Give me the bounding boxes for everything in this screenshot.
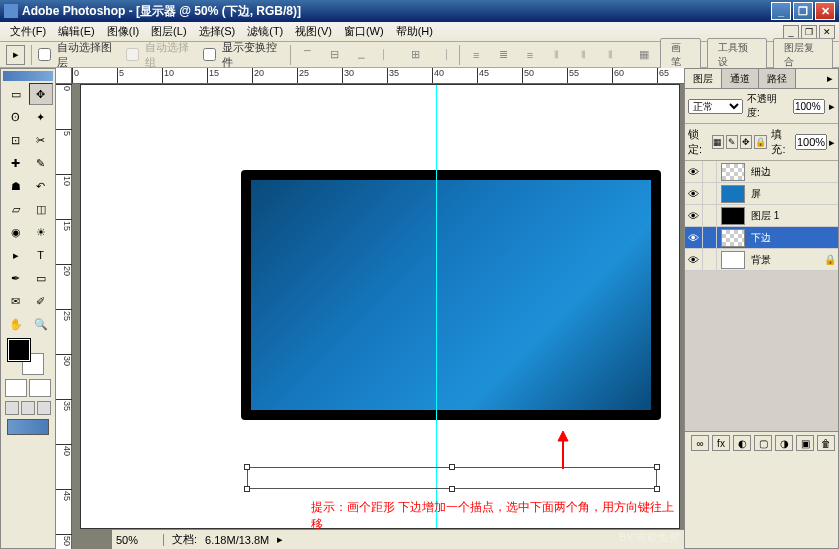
layer-row[interactable]: 👁背景🔒 xyxy=(685,249,838,271)
well-tool-presets[interactable]: 工具预设 xyxy=(707,38,767,72)
horizontal-ruler[interactable]: 05101520253035404550556065 xyxy=(72,68,684,84)
doc-close-button[interactable]: ✕ xyxy=(819,25,835,39)
layer-name-label[interactable]: 屏 xyxy=(749,187,824,201)
quickmask-mode-icon[interactable] xyxy=(29,379,51,397)
color-swatches[interactable] xyxy=(8,339,48,375)
blend-mode-select[interactable]: 正常 xyxy=(688,99,743,114)
canvas[interactable]: 提示：画个距形 下边增加一个描点，选中下面两个角，用方向键往上移 xyxy=(80,84,680,529)
layer-link-cell[interactable] xyxy=(703,249,717,271)
layer-thumbnail[interactable] xyxy=(721,251,745,269)
pen-tool[interactable]: ✒ xyxy=(4,267,28,289)
history-brush-tool[interactable]: ↶ xyxy=(29,175,53,197)
visibility-eye-icon[interactable]: 👁 xyxy=(685,227,703,249)
distribute-bottom-icon[interactable]: ≡ xyxy=(520,45,541,65)
visibility-eye-icon[interactable]: 👁 xyxy=(685,249,703,271)
brush-tool[interactable]: ✎ xyxy=(29,152,53,174)
jump-to-imageready-button[interactable] xyxy=(7,419,49,435)
tab-channels[interactable]: 通道 xyxy=(722,69,759,88)
align-right-icon[interactable]: ⎹ xyxy=(432,45,453,65)
opacity-input[interactable] xyxy=(793,99,825,114)
zoom-level[interactable]: 50% xyxy=(116,534,164,546)
menu-file[interactable]: 文件(F) xyxy=(4,22,52,41)
lock-transparency-icon[interactable]: ▦ xyxy=(712,135,724,149)
show-transform-checkbox[interactable] xyxy=(203,48,216,61)
auto-select-layer-checkbox[interactable] xyxy=(38,48,51,61)
layer-row[interactable]: 👁下边 xyxy=(685,227,838,249)
stamp-tool[interactable]: ☗ xyxy=(4,175,28,197)
foreground-color-swatch[interactable] xyxy=(8,339,30,361)
ruler-origin[interactable] xyxy=(56,68,72,84)
close-button[interactable]: ✕ xyxy=(815,2,835,20)
well-layer-comps[interactable]: 图层复合 xyxy=(773,38,833,72)
transform-handle[interactable] xyxy=(449,486,455,492)
screen-mode-toggle[interactable] xyxy=(5,401,51,415)
crop-tool[interactable]: ⊡ xyxy=(4,129,28,151)
gradient-tool[interactable]: ◫ xyxy=(29,198,53,220)
palette-well-icon[interactable]: ▦ xyxy=(633,45,654,65)
minimize-button[interactable]: _ xyxy=(771,2,791,20)
panel-menu-icon[interactable]: ▸ xyxy=(822,69,838,88)
edit-mode-toggle[interactable] xyxy=(5,379,51,397)
new-layer-button[interactable]: ▣ xyxy=(796,435,814,451)
layer-row[interactable]: 👁图层 1 xyxy=(685,205,838,227)
vertical-guide[interactable] xyxy=(436,85,437,528)
transform-handle[interactable] xyxy=(654,464,660,470)
active-tool-icon[interactable]: ▸ xyxy=(6,45,25,65)
menu-image[interactable]: 图像(I) xyxy=(101,22,145,41)
distribute-hcenter-icon[interactable]: ⫴ xyxy=(573,45,594,65)
layer-thumbnail[interactable] xyxy=(721,163,745,181)
align-hcenter-icon[interactable]: ⊞ xyxy=(405,45,426,65)
transform-handle[interactable] xyxy=(654,486,660,492)
menu-window[interactable]: 窗口(W) xyxy=(338,22,390,41)
move-tool[interactable]: ✥ xyxy=(29,83,53,105)
lasso-tool[interactable]: ʘ xyxy=(4,106,28,128)
blur-tool[interactable]: ◉ xyxy=(4,221,28,243)
standard-mode-icon[interactable] xyxy=(5,379,27,397)
layer-name-label[interactable]: 图层 1 xyxy=(749,209,824,223)
distribute-left-icon[interactable]: ⫴ xyxy=(546,45,567,65)
opacity-flyout-icon[interactable]: ▸ xyxy=(829,100,835,113)
layer-group-button[interactable]: ▢ xyxy=(754,435,772,451)
healing-tool[interactable]: ✚ xyxy=(4,152,28,174)
transform-handle[interactable] xyxy=(449,464,455,470)
lock-pixels-icon[interactable]: ✎ xyxy=(726,135,738,149)
lock-all-icon[interactable]: 🔒 xyxy=(754,135,767,149)
adjustment-layer-button[interactable]: ◑ xyxy=(775,435,793,451)
transform-handle[interactable] xyxy=(244,464,250,470)
layer-link-cell[interactable] xyxy=(703,183,717,205)
visibility-eye-icon[interactable]: 👁 xyxy=(685,205,703,227)
layer-link-cell[interactable] xyxy=(703,161,717,183)
menu-help[interactable]: 帮助(H) xyxy=(390,22,439,41)
align-bottom-icon[interactable]: ⎽ xyxy=(351,45,372,65)
lock-position-icon[interactable]: ✥ xyxy=(740,135,752,149)
toolbox-header[interactable] xyxy=(3,71,53,81)
menu-select[interactable]: 选择(S) xyxy=(193,22,242,41)
delete-layer-button[interactable]: 🗑 xyxy=(817,435,835,451)
layer-link-cell[interactable] xyxy=(703,205,717,227)
layer-name-label[interactable]: 细边 xyxy=(749,165,824,179)
eraser-tool[interactable]: ▱ xyxy=(4,198,28,220)
doc-minimize-button[interactable]: _ xyxy=(783,25,799,39)
fill-input[interactable] xyxy=(795,134,827,150)
marquee-tool[interactable]: ▭ xyxy=(4,83,28,105)
path-tool[interactable]: ▸ xyxy=(4,244,28,266)
screen-standard-icon[interactable] xyxy=(5,401,19,415)
layer-thumbnail[interactable] xyxy=(721,229,745,247)
layer-row[interactable]: 👁细边 xyxy=(685,161,838,183)
distribute-top-icon[interactable]: ≡ xyxy=(466,45,487,65)
transform-bounding-box[interactable] xyxy=(247,467,657,489)
layer-mask-button[interactable]: ◐ xyxy=(733,435,751,451)
layer-name-label[interactable]: 下边 xyxy=(749,231,824,245)
layer-thumbnail[interactable] xyxy=(721,207,745,225)
layer-link-button[interactable]: ∞ xyxy=(691,435,709,451)
menu-view[interactable]: 视图(V) xyxy=(289,22,338,41)
transform-handle[interactable] xyxy=(244,486,250,492)
screen-fullmenu-icon[interactable] xyxy=(21,401,35,415)
distribute-right-icon[interactable]: ⫴ xyxy=(600,45,621,65)
eyedropper-tool[interactable]: ✐ xyxy=(29,290,53,312)
wand-tool[interactable]: ✦ xyxy=(29,106,53,128)
align-vcenter-icon[interactable]: ⊟ xyxy=(324,45,345,65)
slice-tool[interactable]: ✂ xyxy=(29,129,53,151)
layer-thumbnail[interactable] xyxy=(721,185,745,203)
visibility-eye-icon[interactable]: 👁 xyxy=(685,183,703,205)
